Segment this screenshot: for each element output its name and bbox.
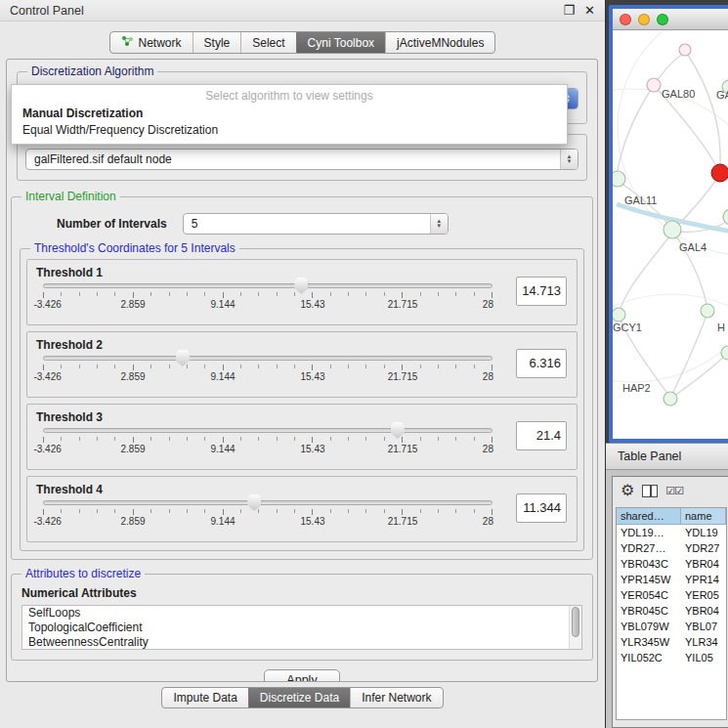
list-item[interactable]: TopologicalCoefficient [22, 621, 581, 635]
network-window-titlebar [613, 9, 728, 30]
node-table-window: ⚙ ☑☑ shared… name YDL19…YDL19 YDR27…YDR2… [612, 476, 728, 728]
cyni-toolbox-panel: Discretization Algorithm ▲▼ Select algor… [6, 59, 598, 682]
slider-track[interactable] [43, 356, 492, 361]
gear-icon[interactable]: ⚙ [621, 483, 634, 498]
table-panel-title: Table Panel [618, 450, 681, 463]
threshold-4-slider[interactable]: -3.4262.8599.14415.4321.71528 [43, 500, 492, 528]
tab-label: Cyni Toolbox [308, 36, 374, 50]
list-scrollbar[interactable] [569, 606, 581, 649]
network-view-window: GAL80GAGAL11GAL4GCY1HHAP2 [609, 5, 728, 443]
tab-style[interactable]: Style [193, 32, 241, 53]
table-row[interactable]: YBR045CYBR04 [617, 603, 726, 619]
threshold-2-slider[interactable]: -3.4262.8599.14415.4321.71528 [43, 356, 492, 383]
slider-scale: -3.4262.8599.14415.4321.71528 [43, 444, 492, 455]
table-row[interactable]: YIL052CYIL05 [617, 650, 726, 665]
slider-scale: -3.4262.8599.14415.4321.71528 [43, 516, 492, 528]
combobox-stepper-icon[interactable]: ▲▼ [560, 150, 578, 169]
network-node[interactable] [679, 44, 691, 56]
threshold-4-panel: Threshold 4 -3.4262.8599.14415.4321.7152… [26, 476, 578, 542]
tab-jactivemnodules[interactable]: jActiveMNodules [385, 32, 494, 53]
threshold-label: Threshold 2 [36, 338, 103, 352]
dropdown-option-manual-discretization[interactable]: Manual Discretization [12, 106, 567, 122]
tab-label: Select [252, 36, 284, 50]
slider-track[interactable] [43, 283, 492, 288]
table-row[interactable]: YBL079WYBL07 [617, 619, 726, 634]
tab-impute-data[interactable]: Impute Data [162, 688, 247, 707]
tab-network[interactable]: Network [110, 32, 193, 53]
table-row[interactable]: YDL19…YDL19 [617, 525, 726, 540]
threshold-1-panel: Threshold 1 -3.4262.8599.14415.4321.7152… [26, 259, 578, 325]
network-canvas[interactable]: GAL80GAGAL11GAL4GCY1HHAP2 [613, 30, 728, 438]
thresholds-group: Threshold's Coordinates for 5 Intervals … [20, 248, 584, 551]
network-node[interactable] [613, 171, 625, 187]
network-node-label: H [717, 321, 725, 333]
tab-label: Network [139, 36, 182, 50]
network-node[interactable] [701, 304, 714, 318]
network-node-label: GAL4 [679, 241, 707, 253]
dropdown-option-equal-width-frequency[interactable]: Equal Width/Frequency Discretization [12, 122, 567, 139]
table-header-row: shared… name [617, 508, 726, 525]
network-node[interactable] [664, 392, 677, 406]
slider-ticks [43, 509, 492, 515]
tab-select[interactable]: Select [240, 32, 295, 53]
scrollbar-thumb[interactable] [572, 607, 579, 637]
table-row[interactable]: YPR145WYPR14 [617, 572, 726, 587]
threshold-label: Threshold 1 [36, 266, 103, 279]
network-node[interactable] [647, 78, 661, 92]
table-row[interactable]: YER054CYER05 [617, 587, 726, 603]
number-of-intervals-combobox[interactable]: 5 ▲▼ [183, 213, 449, 235]
combobox-value: 5 [192, 217, 430, 231]
table-data-combobox[interactable]: galFiltered.sif default node ▲▼ [25, 149, 578, 170]
tab-cyni-toolbox[interactable]: Cyni Toolbox [296, 32, 385, 53]
numerical-attributes-list: SelfLoops TopologicalCoefficient Between… [21, 605, 582, 650]
group-title: Attributes to discretize [21, 567, 145, 580]
tab-label: Discretize Data [260, 691, 339, 705]
column-header-shared-name[interactable]: shared… [617, 508, 681, 525]
slider-track[interactable] [43, 428, 492, 433]
table-row[interactable]: YDR27…YDR27 [617, 540, 726, 556]
slider-scale: -3.4262.8599.14415.4321.71528 [43, 371, 492, 383]
right-region: GAL80GAGAL11GAL4GCY1HHAP2 Table Panel ⚙ … [606, 0, 728, 728]
select-columns-icon[interactable]: ☑☑ [665, 485, 683, 497]
network-node[interactable] [664, 221, 681, 238]
columns-icon[interactable] [642, 485, 658, 497]
combobox-stepper-icon[interactable]: ▲▼ [430, 214, 448, 234]
table-toolbar: ⚙ ☑☑ [613, 477, 728, 504]
dropdown-placeholder: Select algorithm to view settings [12, 87, 567, 106]
threshold-2-panel: Threshold 2 -3.4262.8599.14415.4321.7152… [26, 331, 578, 398]
close-traffic-light-icon[interactable] [620, 14, 631, 25]
apply-button[interactable]: Apply [264, 669, 339, 682]
float-window-icon[interactable]: ❐ [563, 3, 575, 18]
table-row[interactable]: YLR345WYLR34 [617, 634, 726, 650]
top-tab-bar: Network Style Select Cyni Toolbox jActiv… [109, 31, 496, 54]
network-node[interactable] [613, 308, 625, 321]
tab-label: Impute Data [173, 691, 236, 705]
tab-discretize-data[interactable]: Discretize Data [248, 688, 350, 707]
network-node[interactable] [711, 164, 728, 182]
threshold-2-value-field[interactable]: 6.316 [516, 349, 567, 378]
threshold-3-value-field[interactable]: 21.4 [516, 421, 567, 450]
close-window-icon[interactable]: ✕ [584, 3, 595, 18]
table-row[interactable]: YBR043CYBR04 [617, 556, 726, 572]
slider-track[interactable] [43, 500, 492, 505]
window-title: Control Panel [10, 4, 84, 18]
threshold-1-value-field[interactable]: 14.713 [516, 277, 567, 306]
combobox-value: galFiltered.sif default node [34, 152, 560, 166]
threshold-3-slider[interactable]: -3.4262.8599.14415.4321.71528 [43, 428, 492, 455]
zoom-traffic-light-icon[interactable] [657, 14, 668, 25]
interval-definition-group: Interval Definition Number of Intervals … [11, 196, 593, 560]
column-header-name[interactable]: name [681, 508, 726, 525]
threshold-1-slider[interactable]: -3.4262.8599.14415.4321.71528 [43, 283, 492, 311]
table-panel-header: Table Panel [606, 443, 728, 470]
list-item[interactable]: SelfLoops [22, 606, 581, 621]
attributes-to-discretize-group: Attributes to discretize Numerical Attri… [11, 574, 593, 661]
slider-scale: -3.4262.8599.14415.4321.71528 [43, 299, 492, 311]
slider-ticks [43, 364, 492, 370]
minimize-traffic-light-icon[interactable] [638, 14, 650, 25]
slider-ticks [43, 292, 492, 298]
network-icon [121, 35, 134, 50]
numerical-attributes-label: Numerical Attributes [21, 586, 592, 600]
list-item[interactable]: BetweennessCentrality [22, 635, 581, 650]
tab-infer-network[interactable]: Infer Network [350, 688, 442, 707]
threshold-4-value-field[interactable]: 11.344 [516, 493, 567, 523]
